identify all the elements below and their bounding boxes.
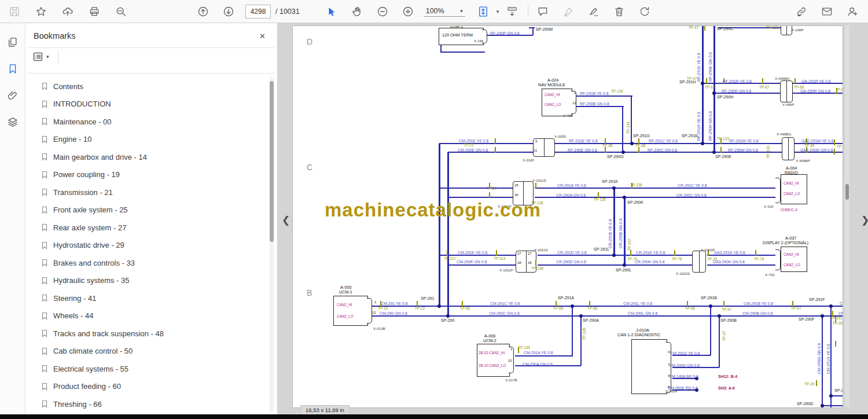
wire [624, 197, 626, 265]
junction-node [829, 394, 833, 398]
pin-number: 27 [528, 252, 532, 255]
page-down-icon[interactable] [221, 4, 236, 19]
star-icon[interactable] [34, 4, 49, 19]
attachments-panel-icon[interactable] [5, 88, 20, 103]
splice-label: SP-290E [715, 155, 731, 159]
bookmark-item-label: Main gearbox and drive - 14 [53, 153, 147, 161]
test-point-label: TP-141 [830, 317, 843, 320]
add-user-icon[interactable] [845, 4, 860, 19]
bookmark-icon [41, 259, 49, 267]
hide-toolbar-icon[interactable] [505, 4, 520, 19]
test-point-tick [755, 250, 756, 256]
test-point-tick [795, 78, 796, 84]
panel-scrollbar-thumb[interactable] [270, 81, 274, 242]
cloud-upload-icon[interactable] [60, 4, 75, 19]
bookmark-item[interactable]: Product feeding - 60 [41, 379, 121, 394]
next-page-arrow[interactable]: ❯ [861, 214, 868, 226]
bookmark-icon [41, 400, 49, 408]
bookmark-item[interactable]: Maintenance - 00 [41, 114, 111, 129]
toolbar-share-group [794, 4, 860, 19]
test-point-label: TP-132 [766, 26, 778, 30]
junction-node [821, 404, 824, 407]
wire-label: CR-291C YE 0.8 [678, 183, 707, 188]
bookmark-item[interactable]: Front axle system - 25 [41, 203, 128, 218]
wire [529, 27, 535, 28]
bookmark-item[interactable]: Brakes and controls - 33 [41, 255, 135, 270]
wire [719, 316, 720, 367]
document-scrollbar-thumb[interactable] [845, 184, 849, 200]
sign-pen-icon[interactable] [586, 4, 601, 19]
bookmark-item[interactable]: Power coupling - 19 [41, 167, 120, 182]
test-point-label: TP-139 [518, 346, 530, 350]
bookmark-item[interactable]: Wheels - 44 [41, 308, 93, 324]
zoom-in-icon[interactable] [400, 4, 415, 19]
previous-page-arrow[interactable]: ❮ [282, 214, 290, 226]
component-box [333, 296, 368, 326]
fit-page-icon[interactable] [476, 4, 491, 19]
bookmark-item[interactable]: Engine - 10 [41, 132, 92, 147]
wire [830, 306, 832, 407]
bookmark-item[interactable]: INTRODUCTION [41, 97, 111, 112]
save-icon[interactable] [7, 4, 22, 19]
wire-label: CR-291D YE 0.8 [557, 251, 587, 255]
zoom-level-control[interactable]: 100% ▾ [424, 6, 465, 17]
page-number-input[interactable] [245, 5, 271, 19]
comment-icon[interactable] [535, 4, 550, 19]
bookmarks-panel: Bookmarks ✕ ▾ ContentsINTRODUCTIONMainte… [25, 23, 278, 414]
bookmark-icon [41, 82, 49, 90]
splice-label: SP-290M [536, 27, 553, 31]
bookmark-item[interactable]: Contents [41, 79, 83, 94]
test-point-tick [706, 78, 707, 84]
zoom-options-icon[interactable] [113, 4, 128, 19]
test-point-tick [447, 250, 448, 256]
connector [780, 80, 793, 102]
bookmark-item-label: Threshing - 66 [53, 400, 102, 409]
test-point-label: TP-136 [630, 183, 642, 187]
pages-panel-icon[interactable] [5, 35, 20, 50]
bookmarks-panel-icon[interactable] [5, 61, 20, 76]
bookmark-item[interactable]: Threshing - 66 [41, 396, 102, 411]
bookmark-item[interactable]: Hydraulic systems - 35 [41, 273, 129, 288]
bookmark-item-label: Steering - 41 [53, 294, 96, 303]
highlight-icon[interactable] [561, 4, 576, 19]
bookmark-item[interactable]: Rear axle system - 27 [41, 220, 126, 235]
junction-node [701, 82, 704, 85]
close-icon[interactable]: ✕ [256, 31, 269, 42]
sheet-ref-label: SH3: A-6 [718, 386, 735, 390]
refresh-icon[interactable] [637, 4, 652, 19]
page-up-icon[interactable] [196, 4, 211, 19]
bookmark-item[interactable]: Steering - 41 [41, 291, 96, 306]
pin-number: 27 [517, 252, 521, 255]
test-point-label: TP-135 [594, 198, 606, 201]
hand-tool-icon[interactable] [350, 4, 365, 19]
bookmark-item[interactable]: Transmission - 21 [41, 185, 113, 200]
zoom-out-icon[interactable] [375, 4, 390, 19]
toolbar-page-nav-group [196, 4, 236, 19]
bookmark-options-button[interactable]: ▾ [32, 51, 49, 63]
email-icon[interactable] [819, 4, 834, 19]
test-point-label: TP-133 [717, 137, 729, 141]
wire [580, 316, 582, 366]
taskbar-strip [0, 414, 868, 419]
wire [439, 306, 572, 307]
pin-label: 2B-01:CAN2_HI [479, 351, 505, 355]
test-point-label: TP-23 [487, 187, 496, 190]
bookmark-item[interactable]: Main gearbox and drive - 14 [41, 149, 147, 164]
select-cursor-icon[interactable] [324, 4, 339, 19]
junction-node [612, 253, 616, 257]
bookmark-item[interactable]: Electrical systems - 55 [41, 361, 128, 376]
pin-label: CAN2_LO [337, 315, 354, 318]
layers-panel-icon[interactable] [5, 115, 20, 130]
connector [781, 25, 792, 35]
pin-label: CAN2_HI [545, 93, 560, 97]
splice-label: SP-291K [602, 179, 618, 183]
page-size-label: 16,53 x 11,69 in [300, 405, 350, 415]
share-link-icon[interactable] [794, 4, 809, 19]
bookmark-icon [41, 312, 49, 320]
print-icon[interactable] [87, 4, 102, 19]
test-point-label: TP-22 [378, 307, 388, 310]
delete-icon[interactable] [612, 4, 627, 19]
bookmark-item[interactable]: Hydrostatic drive - 29 [41, 238, 124, 253]
bookmark-item[interactable]: Tracks and track suspension - 48 [41, 326, 164, 341]
bookmark-item[interactable]: Cab climate control - 50 [41, 344, 133, 359]
